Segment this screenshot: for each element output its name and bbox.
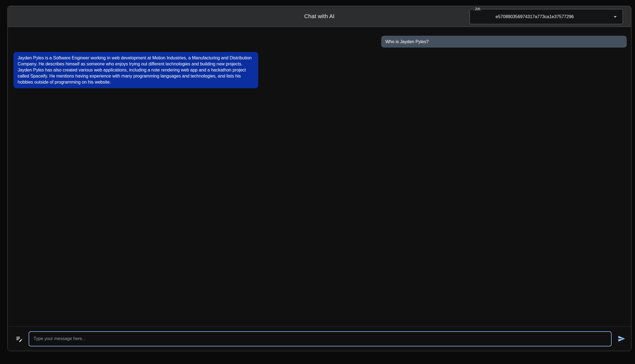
assistant-message-bubble: Jayden Pyles is a Software Engineer work… xyxy=(13,52,258,88)
message-list: Who is Jayden Pyles? Jayden Pyles is a S… xyxy=(8,27,631,326)
user-message-bubble: Who is Jayden Pyles? xyxy=(381,36,627,48)
chat-window: Chat with AI Job e570890356974317a773ca1… xyxy=(7,6,631,351)
job-select-label: Job xyxy=(473,7,481,11)
chat-header: Chat with AI Job e570890356974317a773ca1… xyxy=(8,6,631,27)
edit-note-icon xyxy=(15,335,23,343)
composer-bar xyxy=(8,326,631,351)
message-row-user: Who is Jayden Pyles? xyxy=(13,36,627,48)
message-row-assistant: Jayden Pyles is a Software Engineer work… xyxy=(13,52,627,88)
arrow-drop-down-icon xyxy=(612,13,619,20)
job-select[interactable]: Job e570890356974317a773ca1e37577296 xyxy=(470,9,623,24)
send-icon xyxy=(618,335,625,343)
message-input[interactable] xyxy=(29,331,612,346)
send-button[interactable] xyxy=(612,331,631,346)
job-select-value: e570890356974317a773ca1e37577296 xyxy=(496,14,597,19)
new-chat-button[interactable] xyxy=(15,334,24,343)
page-title: Chat with AI xyxy=(304,13,334,20)
